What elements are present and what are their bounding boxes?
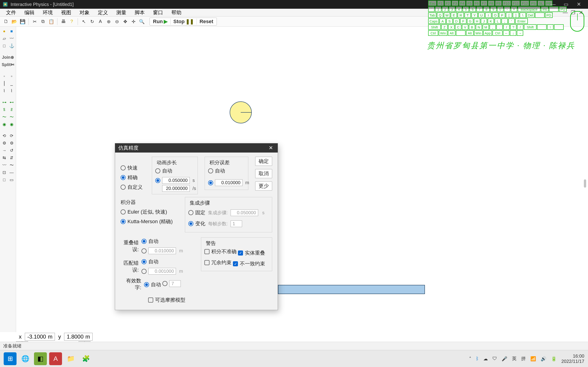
check-overlap[interactable]: ✓实体重叠 (238, 250, 265, 257)
motor2-icon[interactable]: ⟳ (9, 133, 15, 139)
rope-icon[interactable]: 〜 (1, 114, 8, 120)
radio-assembly-variable[interactable]: 变化 (188, 220, 205, 227)
radio-overlap-manual[interactable]: 0.010000m (141, 248, 183, 254)
paste-icon[interactable]: 📋 (48, 18, 55, 25)
actuator-icon[interactable]: ⇆ (1, 155, 8, 161)
rectangle-object[interactable] (278, 285, 425, 294)
link2-icon[interactable]: ⊷ (9, 99, 15, 106)
check-inaccurate[interactable]: 积分不准确 (204, 248, 237, 255)
radio-anim-auto[interactable]: 自动 (155, 167, 172, 174)
vslot-icon[interactable]: ⎮ (1, 80, 8, 87)
point-icon[interactable]: ◦ (1, 73, 8, 79)
pulley2-icon[interactable]: ◉ (9, 121, 15, 127)
force-icon[interactable]: → (1, 147, 8, 154)
pan-icon[interactable]: ✥ (121, 18, 129, 25)
rotate-icon[interactable]: ↻ (88, 18, 96, 25)
damper2-icon[interactable]: ⥯ (9, 106, 15, 113)
join-button[interactable]: Join⊛ (1, 54, 15, 60)
rope2-icon[interactable]: 〜 (9, 114, 15, 120)
simulation-canvas[interactable]: ➤ (16, 27, 588, 332)
anim-rate-value[interactable]: 20.000000 (162, 185, 190, 192)
hslot-icon[interactable]: ⎯ (9, 80, 15, 87)
tray-chevron-up-icon[interactable]: ˄ (469, 356, 471, 361)
run-button[interactable]: Run▶ (151, 18, 170, 25)
actuator2-icon[interactable]: ⇵ (9, 155, 15, 161)
pin-tool-icon[interactable]: ⚓ (9, 43, 15, 49)
menu-object[interactable]: 对象 (78, 8, 91, 17)
radio-custom[interactable]: 自定义 (121, 184, 143, 191)
int-error-value[interactable]: 0.010000 (215, 179, 242, 186)
menu-file[interactable]: 文件 (4, 8, 18, 17)
tray-ime-mode[interactable]: 拼 (521, 356, 526, 362)
tray-security-icon[interactable]: 🛡 (493, 356, 497, 361)
dialog-close-icon[interactable]: ✕ (267, 145, 275, 151)
app2-icon[interactable]: A (49, 352, 62, 365)
edge-icon[interactable]: 🌐 (19, 352, 32, 365)
radio-match-manual[interactable]: 0.001000m (141, 268, 183, 275)
cut-icon[interactable]: ✂ (31, 18, 38, 25)
print-icon[interactable]: 🖶 (60, 18, 67, 25)
radio-anim-manual[interactable]: 0.050000s (155, 177, 195, 184)
menu-script[interactable]: 脚本 (133, 8, 147, 17)
torque-icon[interactable]: ↺ (9, 147, 15, 154)
menu-measure[interactable]: 测量 (114, 8, 128, 17)
tray-bluetooth-icon[interactable]: ᛒ (476, 356, 479, 361)
check-redundant[interactable]: 冗余约束 (204, 259, 232, 266)
start-button[interactable]: ⊞ (4, 352, 17, 365)
radio-fast[interactable]: 快速 (121, 165, 138, 171)
tray-volume-icon[interactable]: 🔊 (541, 356, 546, 361)
square-tool-icon[interactable]: ■ (9, 28, 15, 34)
stop-button[interactable]: Stop❚❚ (171, 18, 196, 25)
tray-mic-icon[interactable]: 🎤 (502, 356, 507, 361)
anchor-tool-icon[interactable]: □ (1, 43, 8, 49)
pointer-icon[interactable]: ↖ (80, 18, 87, 25)
menu-world[interactable]: 环境 (41, 8, 55, 17)
check-inconsistent[interactable]: ✓不一致约束 (233, 260, 265, 267)
reset-button[interactable]: Reset (197, 18, 216, 25)
polygon-tool-icon[interactable]: ▱ (1, 35, 8, 42)
radio-overlap-auto[interactable]: 自动 (141, 238, 158, 245)
gear-icon[interactable]: ⚙ (1, 140, 8, 146)
vertical-scrollbar[interactable] (584, 179, 586, 188)
radio-sigdig-auto[interactable]: 自动 (144, 281, 161, 288)
app1-icon[interactable]: ◧ (34, 352, 47, 365)
zoom-fit-icon[interactable]: 🔍 (138, 18, 145, 25)
menu-help[interactable]: 帮助 (170, 8, 183, 17)
radio-interr-manual[interactable]: 0.010000m (208, 179, 249, 186)
radio-accurate[interactable]: 精确 (121, 174, 138, 181)
circle-tool-icon[interactable]: ● (1, 28, 8, 34)
anim-step-value[interactable]: 0.050000 (162, 177, 190, 184)
square-point-icon[interactable]: ▫ (9, 73, 15, 79)
damper-icon[interactable]: ⥮ (1, 106, 8, 113)
help-icon[interactable]: ? (68, 18, 75, 25)
menu-define[interactable]: 定义 (96, 8, 110, 17)
text-icon[interactable]: A (97, 18, 104, 25)
tray-wifi-icon[interactable]: 📶 (530, 356, 536, 361)
check-friction-opt[interactable]: 可选摩擦模型 (148, 297, 185, 303)
circle-object[interactable] (230, 101, 252, 123)
new-icon[interactable]: 🗋 (2, 18, 10, 25)
cancel-button[interactable]: 取消 (255, 169, 272, 178)
radio-euler[interactable]: Euler (近似, 快速) (121, 209, 167, 215)
radio-match-auto[interactable]: 自动 (141, 258, 158, 265)
radio-kutta-merson[interactable]: Kutta-Merson (精确) (121, 218, 173, 225)
gear2-icon[interactable]: ⚙ (9, 140, 15, 146)
spring-icon[interactable]: ⌇ (1, 88, 8, 94)
menu-window[interactable]: 窗口 (151, 8, 165, 17)
tray-clock[interactable]: 16:00 2022/11/17 (561, 353, 584, 364)
meter-icon[interactable]: ⊡ (1, 169, 8, 176)
explorer-icon[interactable]: 📁 (64, 352, 77, 365)
open-icon[interactable]: 📂 (10, 18, 18, 25)
tray-onedrive-icon[interactable]: ☁ (483, 356, 488, 361)
curve-tool-icon[interactable]: 〰 (9, 35, 15, 42)
link-icon[interactable]: ⊶ (1, 99, 8, 106)
radio-sigdig-manual[interactable]: 7 (162, 280, 181, 287)
app3-icon[interactable]: 🧩 (79, 352, 92, 365)
ok-button[interactable]: 确定 (255, 157, 272, 166)
output2-icon[interactable]: ▭ (9, 177, 15, 183)
spring2-icon[interactable]: ⌇ (9, 88, 15, 94)
save-icon[interactable]: 💾 (19, 18, 26, 25)
zoom-in-icon[interactable]: ⊕ (105, 18, 112, 25)
tray-battery-icon[interactable]: 🔋 (551, 356, 557, 361)
output-icon[interactable]: □ (1, 177, 8, 183)
